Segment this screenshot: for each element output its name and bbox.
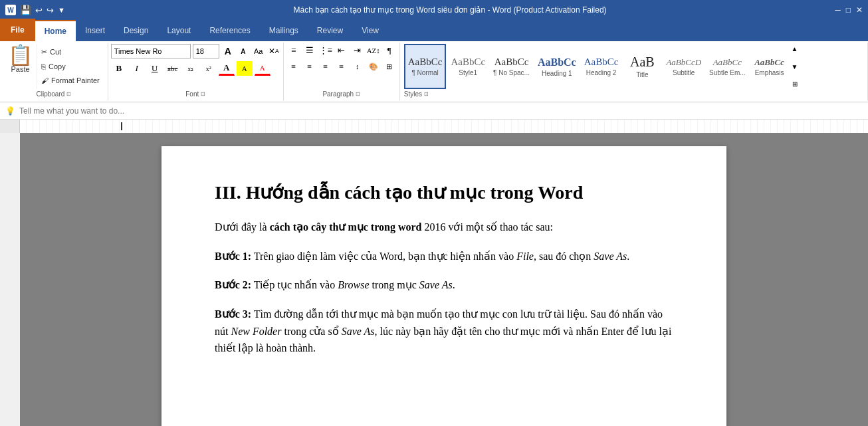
multilevel-list-btn[interactable]: ⋮≡ xyxy=(318,44,333,57)
paragraph-step1: Bước 1: Trên giao diện làm việc của Word… xyxy=(215,248,673,265)
quick-save[interactable]: 💾 xyxy=(20,5,31,15)
style-title[interactable]: AaB Title xyxy=(623,44,661,89)
font-color-btn[interactable]: A xyxy=(219,61,235,76)
tab-file[interactable]: File xyxy=(0,19,35,41)
paragraph-group-label: Paragraph ⊡ xyxy=(286,89,397,99)
styles-expand-icon[interactable]: ⊡ xyxy=(424,91,429,97)
tell-me-input[interactable] xyxy=(19,106,219,116)
tab-view[interactable]: View xyxy=(352,20,388,41)
paste-button[interactable]: 📋 Paste xyxy=(4,44,37,89)
align-left-btn[interactable]: ≡ xyxy=(286,60,301,73)
style-subtle-em[interactable]: AaBbCc Subtle Em... xyxy=(706,44,748,89)
format-painter-button[interactable]: 🖌 Format Painter xyxy=(40,74,101,87)
numbering-btn[interactable]: ☰ xyxy=(302,44,317,57)
font-group: A A Aa ✕A B I U abc x₂ x² A A A Font ⊡ xyxy=(108,43,284,100)
underline-button[interactable]: U xyxy=(147,61,163,76)
tab-layout[interactable]: Layout xyxy=(158,20,200,41)
increase-font-btn[interactable]: A xyxy=(221,45,235,58)
tab-mailings[interactable]: Mailings xyxy=(260,20,308,41)
italic-button[interactable]: I xyxy=(129,61,145,76)
style-normal-preview: AaBbCc xyxy=(408,56,443,68)
show-formatting-btn[interactable]: ¶ xyxy=(382,44,397,57)
strikethrough-button[interactable]: abc xyxy=(165,61,181,76)
tab-insert[interactable]: Insert xyxy=(76,20,114,41)
font-expand-icon[interactable]: ⊡ xyxy=(201,91,205,97)
style-subtitle[interactable]: AaBbCcD Subtitle xyxy=(663,44,705,89)
format-painter-icon: 🖌 xyxy=(41,75,49,86)
cut-icon: ✂ xyxy=(41,47,47,58)
ruler-area xyxy=(0,120,868,133)
style-normal[interactable]: AaBbCc ¶ Normal xyxy=(404,44,447,89)
document-area: III. Hướng dẫn cách tạo thư mục trong Wo… xyxy=(0,133,868,426)
clipboard-right: ✂ Cut ⎘ Copy 🖌 Format Painter xyxy=(37,44,104,89)
paragraph-step2: Bước 2: Tiếp tục nhấn vào Browse trong m… xyxy=(215,276,673,294)
justify-btn[interactable]: ≡ xyxy=(334,60,349,73)
tell-me-bar: 💡 xyxy=(0,102,868,120)
align-right-btn[interactable]: ≡ xyxy=(318,60,333,73)
style-subtitle-label: Subtitle xyxy=(673,69,695,76)
style-subtitle-preview: AaBbCcD xyxy=(666,57,701,68)
style-emphasis-preview: AaBbCc xyxy=(754,57,784,68)
bullets-btn[interactable]: ≡ xyxy=(286,44,301,57)
style-nospace-preview: AaBbCc xyxy=(494,56,529,68)
styles-scroll-controls: ▲ ▼ ⊞ xyxy=(790,44,800,89)
quick-redo[interactable]: ↪ xyxy=(47,5,54,15)
clear-format-btn[interactable]: ✕A xyxy=(267,45,280,58)
paste-label: Paste xyxy=(11,65,29,73)
tab-review[interactable]: Review xyxy=(308,20,352,41)
shading-btn[interactable]: 🎨 xyxy=(366,60,381,73)
styles-scroll-up[interactable]: ▲ xyxy=(792,45,798,53)
highlight-color-btn[interactable]: A xyxy=(237,61,253,76)
change-case-btn[interactable]: Aa xyxy=(252,45,265,58)
quick-more[interactable]: ▼ xyxy=(58,6,65,14)
clipboard-expand-icon[interactable]: ⊡ xyxy=(66,91,71,97)
minimize-btn[interactable]: ─ xyxy=(835,5,841,15)
copy-button[interactable]: ⎘ Copy xyxy=(40,60,101,73)
style-nospace-label: ¶ No Spac... xyxy=(493,69,530,76)
borders-btn[interactable]: ⊞ xyxy=(382,60,397,73)
page-container: III. Hướng dẫn cách tạo thư mục trong Wo… xyxy=(20,133,868,426)
sort-btn[interactable]: AZ↕ xyxy=(366,44,381,57)
font-color-btn2[interactable]: A xyxy=(255,61,271,76)
align-center-btn[interactable]: ≡ xyxy=(302,60,317,73)
titlebar-left: W 💾 ↩ ↪ ▼ xyxy=(5,5,65,15)
close-btn[interactable]: ✕ xyxy=(856,5,863,15)
left-margin-bar xyxy=(0,133,20,426)
style-heading2[interactable]: AaBbCc Heading 2 xyxy=(581,44,622,89)
decrease-indent-btn[interactable]: ⇤ xyxy=(334,44,349,57)
style-nospace[interactable]: AaBbCc ¶ No Spac... xyxy=(490,44,533,89)
clipboard-group-label: Clipboard ⊡ xyxy=(4,89,104,99)
style-style1[interactable]: AaBbCc Style1 xyxy=(447,44,488,89)
subscript-button[interactable]: x₂ xyxy=(183,61,199,76)
document-page: III. Hướng dẫn cách tạo thư mục trong Wo… xyxy=(162,146,726,426)
styles-more[interactable]: ⊞ xyxy=(792,80,798,88)
line-spacing-btn[interactable]: ↕ xyxy=(350,60,365,73)
styles-group: AaBbCc ¶ Normal AaBbCc Style1 AaBbCc ¶ N… xyxy=(400,43,868,100)
paragraph-expand-icon[interactable]: ⊡ xyxy=(356,91,360,97)
horizontal-ruler xyxy=(20,120,868,133)
maximize-btn[interactable]: □ xyxy=(846,5,851,15)
ruler-marker xyxy=(121,122,122,130)
increase-indent-btn[interactable]: ⇥ xyxy=(350,44,365,57)
word-icon: W xyxy=(5,5,16,15)
cut-button[interactable]: ✂ Cut xyxy=(40,46,101,58)
tab-references[interactable]: References xyxy=(200,20,259,41)
tab-home[interactable]: Home xyxy=(35,20,76,41)
styles-scroll-down[interactable]: ▼ xyxy=(792,63,798,70)
decrease-font-btn[interactable]: A xyxy=(237,45,250,58)
font-name-input[interactable] xyxy=(111,44,191,58)
style-heading1[interactable]: AaBbCc Heading 1 xyxy=(534,44,580,89)
style-normal-label: ¶ Normal xyxy=(411,69,438,76)
style-emphasis[interactable]: AaBbCc Emphasis xyxy=(750,44,789,89)
superscript-button[interactable]: x² xyxy=(201,61,217,76)
paragraph-group: ≡ ☰ ⋮≡ ⇤ ⇥ AZ↕ ¶ ≡ ≡ ≡ ≡ ↕ 🎨 ⊞ Paragraph… xyxy=(284,43,400,100)
style-heading1-label: Heading 1 xyxy=(542,70,572,77)
quick-undo[interactable]: ↩ xyxy=(35,5,43,15)
bold-button[interactable]: B xyxy=(111,61,127,76)
paste-icon: 📋 xyxy=(8,45,33,65)
style-title-preview: AaB xyxy=(630,54,655,70)
style-style1-preview: AaBbCc xyxy=(451,56,485,68)
font-size-input[interactable] xyxy=(193,44,219,58)
tab-design[interactable]: Design xyxy=(114,20,158,41)
styles-gallery: AaBbCc ¶ Normal AaBbCc Style1 AaBbCc ¶ N… xyxy=(404,44,863,89)
